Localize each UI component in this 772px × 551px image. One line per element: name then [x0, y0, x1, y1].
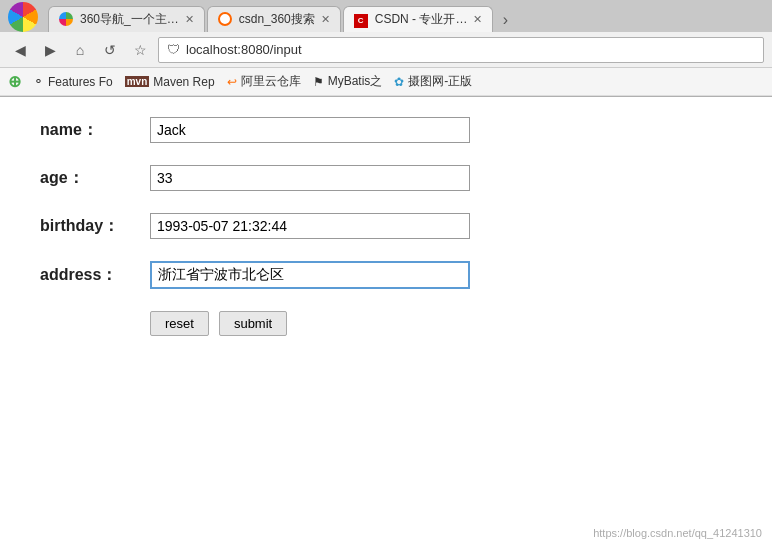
- tab-csdn-search-label: csdn_360搜索: [239, 11, 315, 28]
- name-row: name：: [40, 117, 732, 143]
- bookmark-aliyun[interactable]: ↩ 阿里云仓库: [227, 73, 301, 90]
- page-content: name： age： birthday： address： reset subm…: [0, 97, 772, 551]
- bookmark-aliyun-label: 阿里云仓库: [241, 73, 301, 90]
- address-bar[interactable]: 🛡 localhost:8080/input: [158, 37, 764, 63]
- aliyun-icon: ↩: [227, 75, 237, 89]
- name-input[interactable]: [150, 117, 470, 143]
- back-button[interactable]: ◀: [8, 38, 32, 62]
- birthday-input[interactable]: [150, 213, 470, 239]
- button-row: reset submit: [40, 311, 732, 336]
- bookmark-features-label: Features Fo: [48, 75, 113, 89]
- age-row: age：: [40, 165, 732, 191]
- forward-button[interactable]: ▶: [38, 38, 62, 62]
- bookmark-maven[interactable]: mvn Maven Rep: [125, 75, 215, 89]
- tab-bar: 360导航_一个主… ✕ csdn_360搜索 ✕ C CSDN - 专业开… …: [0, 0, 772, 32]
- nav-bar: ◀ ▶ ⌂ ↺ ☆ 🛡 localhost:8080/input: [0, 32, 772, 68]
- tab-csdn-icon: C: [354, 12, 370, 28]
- age-input[interactable]: [150, 165, 470, 191]
- address-text: localhost:8080/input: [186, 42, 755, 57]
- tab-csdn-search[interactable]: csdn_360搜索 ✕: [207, 6, 341, 32]
- birthday-label: birthday：: [40, 216, 150, 237]
- bookmark-features[interactable]: ⚬ Features Fo: [33, 74, 113, 89]
- submit-button[interactable]: submit: [219, 311, 287, 336]
- age-label: age：: [40, 168, 150, 189]
- bookmark-photo[interactable]: ✿ 摄图网-正版: [394, 73, 472, 90]
- reset-button[interactable]: reset: [150, 311, 209, 336]
- tab-360[interactable]: 360导航_一个主… ✕: [48, 6, 205, 32]
- tab-360-icon: [59, 12, 75, 28]
- add-icon: ⊕: [8, 72, 21, 91]
- tab-360-label: 360导航_一个主…: [80, 11, 179, 28]
- tab-csdn-label: CSDN - 专业开…: [375, 11, 468, 28]
- add-bookmark-button[interactable]: ⊕: [8, 72, 21, 91]
- github-icon: ⚬: [33, 74, 44, 89]
- mybatis-icon: ⚑: [313, 75, 324, 89]
- tab-csdn[interactable]: C CSDN - 专业开… ✕: [343, 6, 494, 32]
- address-input[interactable]: [150, 261, 470, 289]
- bookmarks-bar: ⊕ ⚬ Features Fo mvn Maven Rep ↩ 阿里云仓库 ⚑ …: [0, 68, 772, 96]
- bookmark-mybatis-label: MyBatis之: [328, 73, 383, 90]
- maven-icon: mvn: [125, 76, 150, 87]
- birthday-row: birthday：: [40, 213, 732, 239]
- address-row: address：: [40, 261, 732, 289]
- bookmark-photo-label: 摄图网-正版: [408, 73, 472, 90]
- address-label: address：: [40, 265, 150, 286]
- browser-chrome: 360导航_一个主… ✕ csdn_360搜索 ✕ C CSDN - 专业开… …: [0, 0, 772, 97]
- tab-360-close[interactable]: ✕: [185, 13, 194, 26]
- bookmark-mybatis[interactable]: ⚑ MyBatis之: [313, 73, 383, 90]
- watermark: https://blog.csdn.net/qq_41241310: [593, 527, 762, 539]
- new-tab-button[interactable]: ›: [495, 8, 515, 32]
- name-label: name：: [40, 120, 150, 141]
- security-shield-icon: 🛡: [167, 42, 180, 57]
- tab-csdn-close[interactable]: ✕: [473, 13, 482, 26]
- refresh-button[interactable]: ↺: [98, 38, 122, 62]
- star-button[interactable]: ☆: [128, 38, 152, 62]
- bookmark-maven-label: Maven Rep: [153, 75, 214, 89]
- browser-logo: [8, 2, 38, 32]
- home-button[interactable]: ⌂: [68, 38, 92, 62]
- tab-csdn-search-close[interactable]: ✕: [321, 13, 330, 26]
- photo-icon: ✿: [394, 75, 404, 89]
- tab-csdn-search-icon: [218, 12, 234, 28]
